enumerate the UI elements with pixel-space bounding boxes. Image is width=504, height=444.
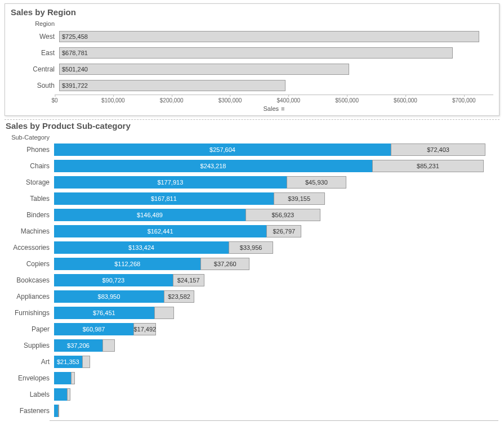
subcategory-row[interactable]: Paper$60,987$17,492 [6,322,498,337]
subcategory-bar-primary-value: $83,950 [54,290,164,303]
subcategory-bar-secondary[interactable] [71,372,75,384]
region-bar-value: $678,781 [62,48,88,58]
region-row-west[interactable]: West$725,458 [11,29,493,43]
subcategory-row[interactable]: Machines$162,441$26,797 [6,224,498,239]
axis-tick: $300,000 [218,95,242,104]
subcategory-bar-primary[interactable]: $76,451 [54,307,154,319]
subcategory-bar-secondary-value: $85,231 [373,160,483,172]
subcategory-bar-secondary-value: $26,797 [267,226,301,237]
subcategory-row[interactable]: Tables$167,811$39,155 [6,191,498,206]
subcategory-row[interactable]: Fasteners [6,403,498,418]
subcategory-bar-primary[interactable]: $90,723 [54,274,173,286]
subcategory-row[interactable]: Chairs$243,218$85,231 [6,159,498,173]
subcategory-row[interactable]: Labels [6,387,498,402]
region-label: Central [11,65,59,73]
subcategory-bar-secondary[interactable]: $56,923 [246,209,320,221]
region-label: East [11,49,59,57]
subcategory-label: Tables [6,195,54,203]
subcategory-bar-secondary[interactable] [102,339,115,352]
subcategory-chart-title: Sales by Product Sub-category [6,121,498,131]
axis-tick: $100,000 [101,95,125,104]
subcategory-label: Copiers [6,260,54,268]
subcategory-bar-secondary[interactable] [58,405,59,417]
region-bar[interactable]: $501,240 [59,64,349,75]
subcategory-bar-secondary[interactable] [82,356,90,368]
subcategory-bar-primary[interactable]: $21,353 [54,356,82,368]
region-axis-title: Sales [264,105,279,112]
subcategory-bar-secondary[interactable]: $37,260 [200,258,249,270]
region-bar[interactable]: $391,722 [59,80,286,91]
panel-divider [5,119,499,120]
subcategory-bar-secondary[interactable]: $24,157 [173,274,204,286]
subcategory-bar-primary[interactable]: $146,489 [54,209,246,221]
subcategory-bar-primary[interactable]: $37,206 [54,339,102,352]
subcategory-bar-secondary[interactable] [67,388,70,401]
axis-tick: $700,000 [452,95,476,104]
subcategory-row[interactable]: Appliances$83,950$23,582 [6,289,498,304]
subcategory-bar-secondary[interactable]: $85,231 [372,160,484,172]
subcategory-label: Paper [6,325,54,333]
subcategory-bar-secondary[interactable]: $17,492 [133,323,156,335]
sort-descending-icon[interactable]: ≡ [281,105,284,112]
subcategory-bar-secondary[interactable]: $26,797 [266,225,301,237]
subcategory-label: Labels [6,391,54,398]
axis-tick: $400,000 [276,95,300,104]
subcategory-bar-secondary[interactable]: $39,155 [274,192,325,205]
subcategory-row[interactable]: Accessories$133,424$33,956 [6,240,498,255]
subcategory-label: Chairs [6,162,54,170]
subcategory-bar-primary-value: $162,441 [54,225,266,237]
subcategory-bar-secondary[interactable] [154,307,175,319]
subcategory-bar-primary[interactable] [54,405,58,417]
subcategory-bar-primary[interactable]: $167,811 [54,192,274,205]
sales-by-region-panel: Sales by Region Region West$725,458East$… [5,3,499,116]
subcategory-label: Supplies [6,342,54,349]
region-bar[interactable]: $725,458 [59,31,479,42]
region-row-central[interactable]: Central$501,240 [11,62,493,76]
region-bar[interactable]: $678,781 [59,47,453,59]
subcategory-bar-primary-value: $177,913 [54,176,287,189]
subcategory-bar-primary-value: $21,353 [54,356,82,368]
region-row-east[interactable]: East$678,781 [11,46,493,60]
subcategory-bar-primary[interactable]: $83,950 [54,290,164,303]
subcategory-row[interactable]: Bookcases$90,723$24,157 [6,273,498,288]
subcategory-bar-secondary[interactable]: $45,930 [287,176,347,189]
subcategory-bar-primary[interactable] [54,388,67,401]
subcategory-bar-primary[interactable]: $177,913 [54,176,287,189]
subcategory-row[interactable]: Art$21,353 [6,355,498,369]
subcategory-label: Phones [6,146,54,154]
subcategory-row[interactable]: Copiers$112,268$37,260 [6,257,498,271]
subcategory-bar-primary-value: $90,723 [54,274,173,286]
subcategory-bar-secondary[interactable]: $72,403 [391,143,485,156]
region-bar-value: $391,722 [62,80,88,91]
region-label: West [11,33,59,41]
subcategory-bar-primary[interactable]: $60,987 [54,323,133,335]
subcategory-bar-secondary[interactable]: $33,956 [229,241,273,254]
subcategory-label: Furnishings [6,309,54,317]
subcategory-bar-secondary-value: $24,157 [173,275,204,286]
subcategory-bar-primary-value: $257,604 [54,143,391,156]
subcategory-row[interactable]: Envelopes [6,371,498,385]
subcategory-bar-primary[interactable]: $257,604 [54,143,391,156]
subcategory-label: Storage [6,178,54,186]
subcategory-bar-primary-value: $146,489 [54,209,246,221]
subcategory-row[interactable]: Phones$257,604$72,403 [6,142,498,157]
subcategory-bar-primary[interactable]: $162,441 [54,225,266,237]
axis-tick: $500,000 [335,95,359,104]
subcategory-bar-secondary[interactable]: $23,582 [164,290,194,303]
subcategory-bar-primary[interactable]: $112,268 [54,258,200,270]
axis-tick: $200,000 [160,95,184,104]
region-row-south[interactable]: South$391,722 [11,78,493,92]
subcategory-row[interactable]: Furnishings$76,451 [6,306,498,320]
subcategory-bar-primary[interactable]: $243,218 [54,160,372,172]
subcategory-bar-secondary-value: $72,403 [391,144,485,155]
subcategory-bar-secondary-value: $33,956 [229,242,273,253]
subcategory-bar-primary[interactable]: $133,424 [54,241,229,254]
region-bar-value: $725,458 [62,32,88,42]
subcategory-label: Accessories [6,244,54,252]
subcategory-row[interactable]: Storage$177,913$45,930 [6,175,498,190]
subcategory-row[interactable]: Supplies$37,206 [6,338,498,353]
subcategory-bar-primary[interactable] [54,372,71,384]
axis-tick: $0 [51,95,57,104]
subcategory-row[interactable]: Binders$146,489$56,923 [6,208,498,222]
subcategory-bar-primary-value: $167,811 [54,192,274,205]
